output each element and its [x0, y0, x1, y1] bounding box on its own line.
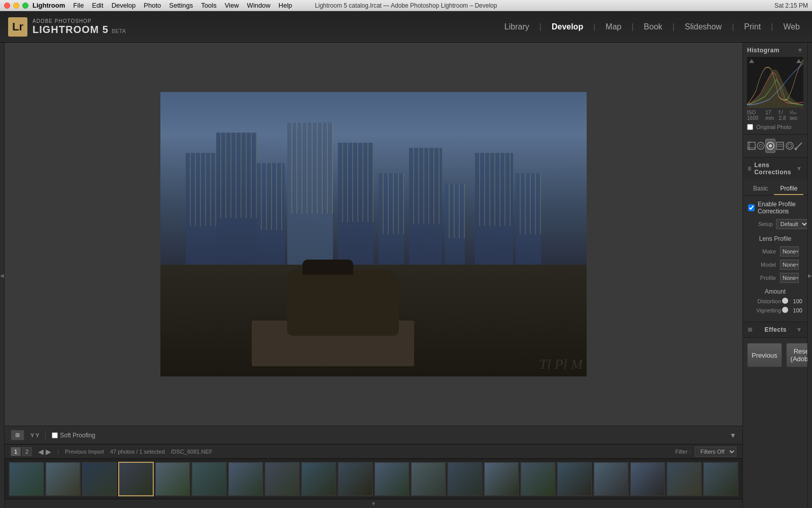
nav-sep-6: | — [767, 20, 777, 34]
film-thumb-18[interactable] — [630, 462, 665, 496]
original-photo-checkbox[interactable] — [747, 124, 753, 130]
menu-settings[interactable]: Settings — [169, 2, 193, 9]
maximize-button[interactable] — [22, 3, 28, 9]
film-thumb-15[interactable] — [520, 462, 556, 496]
bag-silhouette — [287, 270, 399, 336]
crop-tool-icon[interactable] — [747, 139, 756, 153]
film-thumb-4[interactable] — [118, 462, 154, 496]
effects-header[interactable]: Effects ▼ — [743, 322, 807, 337]
tab-basic[interactable]: Basic — [747, 183, 774, 195]
building-8 — [445, 183, 465, 275]
make-select-wrapper: None — [780, 246, 802, 257]
svg-line-12 — [796, 143, 802, 149]
svg-point-3 — [757, 142, 764, 149]
building-2 — [216, 133, 257, 275]
distortion-slider[interactable] — [784, 300, 785, 302]
film-thumb-8[interactable] — [264, 462, 300, 496]
film-thumb-6[interactable] — [191, 462, 227, 496]
film-thumb-10[interactable] — [337, 462, 373, 496]
svg-rect-0 — [748, 142, 755, 149]
menu-window[interactable]: Window — [247, 2, 270, 9]
soft-proofing-input[interactable] — [52, 432, 58, 438]
film-thumb-1[interactable] — [9, 462, 44, 496]
enable-profile-corrections-checkbox[interactable] — [748, 204, 755, 211]
soft-proofing-checkbox[interactable]: Soft Proofing — [52, 432, 95, 439]
profile-select[interactable]: None — [780, 273, 799, 283]
make-select[interactable]: None — [780, 246, 799, 257]
page-2[interactable]: 2 — [22, 447, 32, 456]
prev-arrow-icon[interactable]: ◀ — [38, 448, 44, 456]
radial-filter-icon[interactable] — [785, 139, 794, 153]
right-panel: Histogram ▼ — [742, 43, 807, 508]
film-thumb-20[interactable] — [703, 462, 738, 496]
histogram-arrow-icon[interactable]: ▼ — [797, 47, 803, 54]
tools-row — [743, 135, 807, 157]
previous-button[interactable]: Previous — [747, 343, 782, 367]
tab-color[interactable]: Color — [803, 183, 807, 195]
nav-map[interactable]: Map — [601, 20, 625, 34]
film-thumb-7[interactable] — [228, 462, 263, 496]
next-arrow-icon[interactable]: ▶ — [46, 448, 51, 456]
film-thumb-9[interactable] — [301, 462, 336, 496]
menu-file[interactable]: File — [73, 2, 84, 9]
film-thumb-11[interactable] — [374, 462, 410, 496]
hist-clip-shadow-icon[interactable] — [749, 59, 754, 63]
film-thumb-13[interactable] — [447, 462, 483, 496]
filter-select[interactable]: Filters Off — [695, 447, 736, 457]
svg-point-11 — [788, 144, 792, 148]
menu-photo[interactable]: Photo — [144, 2, 161, 9]
model-select[interactable]: None — [780, 260, 799, 270]
photo-placeholder: Tl Pl M — [160, 92, 587, 376]
film-thumb-3[interactable] — [82, 462, 117, 496]
menu-edit[interactable]: Edit — [92, 2, 103, 9]
setup-select[interactable]: Default — [776, 219, 807, 229]
graduated-filter-icon[interactable] — [775, 139, 785, 153]
lr-text-bottom: LIGHTROOM 5 — [32, 24, 109, 36]
left-panel-toggle[interactable]: ◀ — [0, 43, 5, 508]
vignetting-slider[interactable] — [784, 309, 785, 311]
minimize-button[interactable] — [13, 3, 19, 9]
nav-web[interactable]: Web — [779, 20, 804, 34]
building-7 — [409, 148, 442, 275]
adjustment-brush-icon[interactable] — [794, 139, 803, 153]
nav-print[interactable]: Print — [740, 20, 765, 34]
film-thumb-5[interactable] — [155, 462, 190, 496]
menu-view[interactable]: View — [225, 2, 239, 9]
view-mode-button[interactable]: ⊞ — [11, 430, 24, 440]
vignetting-value: 100 — [788, 307, 802, 313]
lr-text: ADOBE PHOTOSHOP LIGHTROOM 5 BETA — [32, 18, 126, 36]
lr-text-top: ADOBE PHOTOSHOP — [32, 18, 126, 24]
film-thumb-14[interactable] — [484, 462, 519, 496]
nav-slideshow[interactable]: Slideshow — [681, 20, 726, 34]
film-thumb-12[interactable] — [411, 462, 446, 496]
mac-menu: Lightroom File Edit Develop Photo Settin… — [32, 2, 292, 9]
distortion-thumb[interactable] — [782, 298, 788, 304]
menu-develop[interactable]: Develop — [112, 2, 136, 9]
film-thumb-17[interactable] — [593, 462, 629, 496]
bottom-scroll[interactable]: ▼ — [5, 499, 742, 508]
film-thumb-16[interactable] — [557, 462, 592, 496]
tab-profile[interactable]: Profile — [774, 183, 803, 195]
lens-corrections-title: Lens Corrections — [754, 162, 796, 176]
close-button[interactable] — [4, 3, 10, 9]
nav-develop[interactable]: Develop — [548, 20, 587, 34]
film-thumb-19[interactable] — [666, 462, 702, 496]
menu-help[interactable]: Help — [279, 2, 292, 9]
page-1[interactable]: 1 — [11, 447, 21, 456]
toolbar-down-arrow-icon[interactable]: ▼ — [729, 431, 736, 439]
right-edge-arrow-icon: ▶ — [808, 273, 812, 278]
right-panel-toggle[interactable]: ▶ — [807, 43, 812, 508]
effects-section: Effects ▼ — [743, 322, 807, 338]
redeye-tool-icon[interactable] — [765, 139, 775, 153]
spot-removal-tool-icon[interactable] — [756, 139, 765, 153]
menu-tools[interactable]: Tools — [201, 2, 216, 9]
menu-lightroom[interactable]: Lightroom — [32, 2, 65, 9]
vignetting-thumb[interactable] — [782, 307, 788, 313]
lens-corrections-header[interactable]: Lens Corrections ▼ — [743, 157, 807, 180]
reset-button[interactable]: Reset (Adobe) — [786, 343, 807, 367]
left-panel-arrow-icon: ◀ — [0, 273, 4, 278]
nav-library[interactable]: Library — [500, 20, 533, 34]
film-thumb-2[interactable] — [45, 462, 81, 496]
hist-clip-highlight-icon[interactable] — [796, 59, 801, 63]
nav-book[interactable]: Book — [640, 20, 666, 34]
